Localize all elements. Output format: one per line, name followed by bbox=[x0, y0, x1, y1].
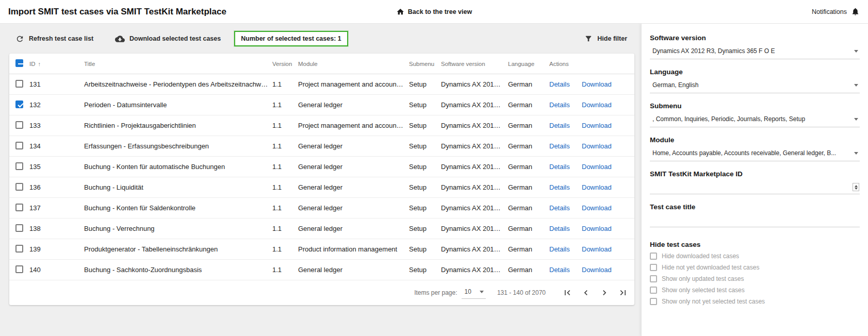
filter-checkbox[interactable] bbox=[650, 253, 657, 260]
filter-icon bbox=[584, 35, 593, 43]
chevron-down-icon bbox=[854, 50, 858, 53]
cell-id: 136 bbox=[28, 183, 84, 191]
marketplace-id-input[interactable] bbox=[652, 182, 853, 192]
refresh-label: Refresh test case list bbox=[29, 35, 93, 42]
table-row: 136 Buchung - Liquidität 1.1 General led… bbox=[9, 177, 634, 198]
filter-checkbox-option[interactable]: Show only not yet selected test cases bbox=[650, 298, 860, 305]
download-link[interactable]: Download bbox=[582, 80, 612, 88]
filter-checkbox-option[interactable]: Show only selected test cases bbox=[650, 287, 860, 294]
row-checkbox[interactable] bbox=[15, 100, 23, 108]
download-link[interactable]: Download bbox=[582, 266, 612, 274]
filter-checkbox[interactable] bbox=[650, 264, 657, 271]
module-select[interactable]: Home, Accounts payable, Accounts receiva… bbox=[650, 147, 860, 161]
row-checkbox[interactable] bbox=[15, 265, 23, 273]
language-select[interactable]: German, English bbox=[650, 79, 860, 93]
details-link[interactable]: Details bbox=[549, 80, 570, 88]
cell-module: General ledger bbox=[298, 204, 409, 212]
filter-checkbox-option[interactable]: Hide downloaded test cases bbox=[650, 253, 860, 260]
cell-language: German bbox=[508, 183, 549, 191]
software-version-select[interactable]: Dynamics AX 2012 R3, Dynamics 365 F O E bbox=[650, 45, 860, 59]
row-checkbox[interactable] bbox=[15, 121, 23, 129]
row-checkbox[interactable] bbox=[15, 245, 23, 253]
bell-icon bbox=[851, 7, 860, 16]
cell-submenu: Setup bbox=[409, 122, 441, 129]
cell-module: General ledger bbox=[298, 225, 409, 232]
cell-language: German bbox=[508, 266, 549, 274]
column-header-actions: Actions bbox=[549, 61, 582, 67]
next-page-button[interactable] bbox=[598, 287, 611, 299]
details-link[interactable]: Details bbox=[549, 142, 570, 150]
hide-filter-button[interactable]: Hide filter bbox=[584, 35, 627, 43]
details-link[interactable]: Details bbox=[549, 245, 570, 253]
download-selected-button[interactable]: Download selected test cases bbox=[115, 34, 221, 44]
filter-checkbox[interactable] bbox=[650, 275, 657, 282]
row-checkbox[interactable] bbox=[15, 80, 23, 88]
page-range-label: 131 - 140 of 2070 bbox=[497, 289, 546, 296]
marketplace-id-filter-label: SMIT TestKit Marketplace ID bbox=[650, 170, 860, 178]
download-link[interactable]: Download bbox=[582, 163, 612, 171]
items-per-page-select[interactable]: 10 bbox=[462, 287, 486, 299]
table-row: 138 Buchung - Verrechnung 1.1 General le… bbox=[9, 219, 634, 239]
cell-module: Project management and accounting bbox=[298, 122, 409, 129]
cell-title: Richtlinien - Projektausgaberichtlinien bbox=[84, 122, 272, 129]
filter-checkbox-label: Show only not yet selected test cases bbox=[662, 298, 765, 305]
table-row: 131 Arbeitszeitnachweise - Periodentypen… bbox=[9, 74, 634, 95]
submenu-filter-label: Submenu bbox=[650, 102, 860, 110]
cell-submenu: Setup bbox=[409, 183, 441, 191]
details-link[interactable]: Details bbox=[549, 266, 570, 274]
filter-checkbox[interactable] bbox=[650, 298, 657, 305]
details-link[interactable]: Details bbox=[549, 183, 570, 191]
refresh-test-case-list-button[interactable]: Refresh test case list bbox=[15, 35, 93, 43]
download-link[interactable]: Download bbox=[582, 101, 612, 109]
filter-checkbox-label: Hide not yet downloaded test cases bbox=[662, 264, 759, 271]
submenu-select[interactable]: , Common, Inquiries, Periodic, Journals,… bbox=[650, 113, 860, 127]
download-selected-label: Download selected test cases bbox=[129, 35, 221, 42]
details-link[interactable]: Details bbox=[549, 204, 570, 212]
download-link[interactable]: Download bbox=[582, 122, 612, 129]
download-link[interactable]: Download bbox=[582, 183, 612, 191]
table-body: 131 Arbeitszeitnachweise - Periodentypen… bbox=[9, 74, 634, 280]
filter-checkbox[interactable] bbox=[650, 287, 657, 294]
column-header-submenu: Submenu bbox=[409, 61, 441, 67]
row-checkbox[interactable] bbox=[15, 162, 23, 170]
cell-submenu: Setup bbox=[409, 204, 441, 212]
last-page-button[interactable] bbox=[617, 287, 629, 299]
cell-language: German bbox=[508, 225, 549, 232]
notifications-button[interactable]: Notifications bbox=[812, 7, 860, 16]
cell-title: Arbeitszeitnachweise - Periodentypen des… bbox=[84, 80, 272, 88]
cell-software-version: Dynamics AX 2012 R3 bbox=[441, 122, 508, 129]
cell-title: Perioden - Datumsintervalle bbox=[84, 101, 272, 109]
cell-id: 137 bbox=[28, 204, 84, 212]
cell-id: 139 bbox=[28, 245, 84, 253]
back-to-tree-link[interactable]: Back to the tree view bbox=[396, 8, 472, 16]
details-link[interactable]: Details bbox=[549, 101, 570, 109]
details-link[interactable]: Details bbox=[549, 225, 570, 232]
cell-module: Product information management bbox=[298, 245, 409, 253]
cell-language: German bbox=[508, 122, 549, 129]
hide-test-cases-list: Hide downloaded test cases Hide not yet … bbox=[650, 253, 860, 305]
details-link[interactable]: Details bbox=[549, 163, 570, 171]
cell-submenu: Setup bbox=[409, 225, 441, 232]
row-checkbox[interactable] bbox=[15, 142, 23, 149]
download-link[interactable]: Download bbox=[582, 245, 612, 253]
chevron-down-icon bbox=[854, 152, 858, 155]
filter-checkbox-option[interactable]: Show only updated test cases bbox=[650, 275, 860, 282]
test-case-title-input[interactable] bbox=[652, 215, 859, 225]
row-checkbox[interactable] bbox=[15, 224, 23, 232]
column-header-language: Language bbox=[508, 61, 549, 67]
download-link[interactable]: Download bbox=[582, 142, 612, 150]
cell-version: 1.1 bbox=[272, 80, 298, 88]
download-link[interactable]: Download bbox=[582, 204, 612, 212]
number-stepper-icon[interactable] bbox=[853, 183, 859, 191]
row-checkbox[interactable] bbox=[15, 183, 23, 191]
filter-checkbox-option[interactable]: Hide not yet downloaded test cases bbox=[650, 264, 860, 271]
select-all-checkbox[interactable] bbox=[15, 59, 23, 67]
row-checkbox[interactable] bbox=[15, 204, 23, 211]
download-link[interactable]: Download bbox=[582, 225, 612, 232]
first-page-button[interactable] bbox=[561, 287, 574, 299]
previous-page-button[interactable] bbox=[580, 287, 592, 299]
cell-module: General ledger bbox=[298, 142, 409, 150]
filter-panel: Software version Dynamics AX 2012 R3, Dy… bbox=[641, 24, 868, 336]
column-header-id[interactable]: ID↑ bbox=[28, 61, 84, 67]
details-link[interactable]: Details bbox=[549, 122, 570, 129]
